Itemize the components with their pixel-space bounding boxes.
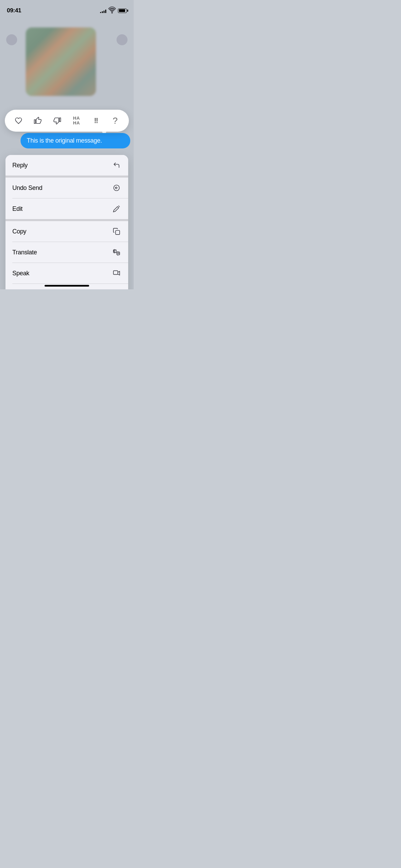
svg-rect-7 bbox=[113, 271, 118, 275]
context-menu: Reply Undo Send Edit bbox=[5, 155, 128, 289]
wifi-icon bbox=[108, 7, 116, 15]
menu-item-reply[interactable]: Reply bbox=[5, 155, 128, 176]
signal-icon bbox=[100, 9, 106, 13]
exclamation-label: !! bbox=[94, 116, 98, 125]
reaction-thumbs-up[interactable] bbox=[31, 114, 45, 128]
reaction-heart[interactable] bbox=[12, 114, 25, 128]
menu-item-translate[interactable]: Translate bbox=[5, 242, 128, 263]
copy-icon bbox=[112, 227, 121, 236]
reaction-exclamation[interactable]: !! bbox=[89, 114, 103, 128]
undo-icon bbox=[112, 183, 121, 193]
reply-icon bbox=[112, 160, 121, 170]
battery-icon bbox=[118, 9, 127, 13]
haha-label: HAHA bbox=[73, 116, 80, 126]
message-bubble: This is the original message. bbox=[21, 133, 130, 148]
svg-point-0 bbox=[112, 12, 113, 13]
status-bar: 09:41 bbox=[0, 0, 134, 16]
pencil-icon bbox=[112, 204, 121, 214]
menu-item-copy[interactable]: Copy bbox=[5, 221, 128, 242]
reaction-bar: HAHA !! ? bbox=[5, 110, 129, 132]
translate-icon bbox=[112, 248, 121, 257]
speak-icon bbox=[112, 268, 121, 278]
menu-item-speak[interactable]: Speak bbox=[5, 263, 128, 284]
status-time: 09:41 bbox=[7, 7, 21, 14]
message-text: This is the original message. bbox=[27, 137, 102, 144]
svg-line-3 bbox=[119, 206, 120, 207]
menu-item-edit[interactable]: Edit bbox=[5, 198, 128, 219]
home-indicator bbox=[45, 285, 89, 287]
reaction-haha[interactable]: HAHA bbox=[70, 114, 83, 128]
svg-rect-4 bbox=[116, 230, 120, 234]
status-icons bbox=[100, 7, 127, 15]
question-label: ? bbox=[113, 116, 118, 126]
reaction-thumbs-down[interactable] bbox=[50, 114, 64, 128]
reaction-question[interactable]: ? bbox=[108, 114, 122, 128]
menu-item-undo-send[interactable]: Undo Send bbox=[5, 178, 128, 198]
